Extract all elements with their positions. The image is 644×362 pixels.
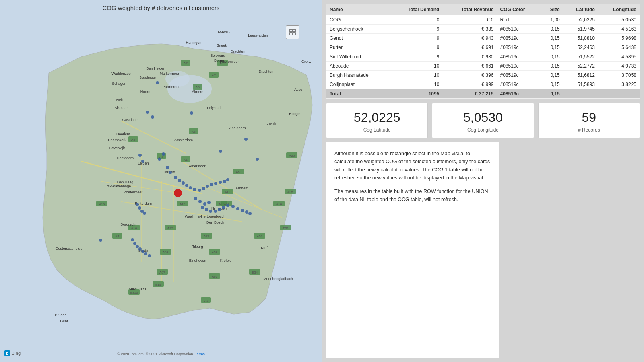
svg-point-178	[99, 239, 102, 242]
table-cell: 4,9733	[598, 62, 640, 71]
table-cell: Red	[497, 15, 541, 25]
svg-text:Waddenzee: Waddenzee	[111, 72, 131, 76]
svg-text:A77: A77	[204, 234, 210, 238]
svg-point-135	[158, 158, 161, 161]
svg-text:A12: A12	[225, 190, 231, 194]
table-total-cell: 1095	[390, 89, 442, 99]
table-total-cell	[563, 89, 598, 99]
table-total-cell: Total	[326, 89, 390, 99]
table-cell: #08519c	[497, 80, 541, 89]
svg-text:Den Helder: Den Helder	[146, 66, 165, 70]
table-cell: 5,9698	[598, 34, 640, 43]
table-total-row: Total1095€ 37.215#08519c0,15	[326, 89, 640, 99]
svg-point-147	[210, 183, 213, 186]
table-cell: € 0	[442, 15, 497, 25]
table-cell: 10	[390, 71, 442, 80]
svg-point-157	[205, 208, 208, 211]
bottom-right-space	[503, 142, 640, 358]
svg-point-136	[166, 166, 169, 169]
svg-point-149	[219, 181, 222, 184]
table-cell: 5,6438	[598, 43, 640, 52]
svg-point-144	[198, 189, 201, 192]
info-box: Although it is possible to rectangle sel…	[326, 142, 499, 358]
svg-point-170	[143, 212, 146, 215]
table-cell: 52,2463	[563, 43, 598, 52]
cog-latitude-label: Cog Latitude	[363, 127, 391, 133]
info-paragraph-2: The measures in the table built with the…	[334, 187, 491, 204]
terms-link[interactable]: Terms	[195, 352, 205, 356]
table-cell: € 396	[442, 71, 497, 80]
svg-text:Harlingen: Harlingen	[186, 41, 202, 45]
table-cell: 0,15	[541, 62, 563, 71]
svg-text:Leeuwarden: Leeuwarden	[248, 33, 268, 37]
cog-longitude-value: 5,0530	[463, 111, 503, 125]
table-row: Bergschenhoek9€ 339#08519c0,1551,97454,5…	[326, 25, 640, 34]
map-copyright: © 2020 TomTom. © 2021 Microsoft Corporat…	[0, 352, 322, 356]
table-cell: #08519c	[497, 43, 541, 52]
svg-point-139	[178, 179, 181, 182]
table-cell: € 339	[442, 25, 497, 34]
svg-point-156	[201, 206, 204, 209]
table-row: Burgh Haamstede10€ 396#08519c0,1551,6812…	[326, 71, 640, 80]
table-row: Abcoude10€ 661#08519c0,1552,27724,9733	[326, 62, 640, 71]
svg-text:E34: E34	[252, 271, 258, 274]
svg-point-137	[169, 171, 172, 174]
svg-text:Brugge: Brugge	[55, 313, 66, 317]
table-total-cell: € 37.215	[442, 89, 497, 99]
svg-point-152	[194, 197, 197, 200]
svg-point-138	[174, 176, 177, 179]
svg-text:Amsterdam: Amsterdam	[174, 138, 193, 142]
svg-text:E19: E19	[155, 283, 161, 286]
svg-text:Markermeer: Markermeer	[160, 72, 180, 76]
table-cell: 9	[390, 25, 442, 34]
table-row: Sint Willebrord9€ 930#08519c0,1551,55224…	[326, 52, 640, 62]
svg-point-162	[226, 204, 229, 207]
map-svg-container: A9 A5 A1 A12 A12 A6 A6 A50 A77 A57 E31 A…	[0, 0, 322, 362]
svg-text:Haarlem: Haarlem	[116, 132, 130, 136]
table-cell: 1,00	[541, 15, 563, 25]
svg-text:Dordrecht: Dordrecht	[120, 222, 136, 226]
table-total-cell: #08519c	[497, 89, 541, 99]
kpi-cog-longitude: 5,0530 Cog Longitude	[432, 103, 534, 138]
svg-text:Antwerpen: Antwerpen	[128, 287, 146, 291]
svg-point-163	[231, 205, 235, 208]
records-label: # Records	[578, 127, 600, 133]
svg-text:Beverwijk: Beverwijk	[109, 146, 125, 150]
table-cell: 0,15	[541, 34, 563, 43]
svg-point-140	[182, 181, 185, 185]
info-paragraph-1: Although it is possible to rectangle sel…	[334, 150, 491, 182]
svg-text:Heemskerk: Heemskerk	[108, 138, 126, 142]
svg-point-182	[162, 152, 165, 156]
table-cell: 52,0225	[563, 15, 598, 25]
map-expand-button[interactable]	[286, 25, 299, 39]
kpi-row: 52,0225 Cog Latitude 5,0530 Cog Longitud…	[326, 103, 640, 138]
svg-text:Asse: Asse	[294, 88, 302, 92]
table-cell: Bergschenhoek	[326, 25, 390, 34]
svg-text:A67: A67	[159, 271, 165, 274]
svg-point-181	[244, 138, 248, 141]
svg-point-176	[144, 252, 147, 255]
table-cell: € 691	[442, 43, 497, 52]
svg-point-168	[138, 206, 141, 210]
svg-point-151	[226, 178, 229, 181]
table-cell: 51,9745	[563, 25, 598, 34]
table-cell: 10	[390, 80, 442, 89]
kpi-cog-latitude: 52,0225 Cog Latitude	[326, 103, 428, 138]
svg-point-129	[156, 81, 159, 84]
svg-point-132	[138, 154, 142, 157]
svg-text:Bolsert: Bolsert	[214, 58, 226, 62]
table-cell: Gendt	[326, 34, 390, 43]
table-cell: #08519c	[497, 71, 541, 80]
svg-text:A27: A27	[167, 226, 173, 230]
table-cell: Sint Willebrord	[326, 52, 390, 62]
svg-text:Mönchengladbach: Mönchengladbach	[263, 277, 293, 281]
svg-point-153	[198, 200, 202, 203]
svg-point-173	[136, 245, 139, 248]
svg-point-166	[245, 210, 248, 214]
svg-text:Hoorn: Hoorn	[140, 90, 151, 94]
svg-text:A28: A28	[289, 154, 295, 158]
svg-text:Drachten: Drachten	[259, 70, 274, 74]
svg-text:Purmerend: Purmerend	[163, 85, 181, 89]
svg-point-172	[133, 242, 136, 245]
svg-text:Gro…: Gro…	[301, 60, 311, 64]
